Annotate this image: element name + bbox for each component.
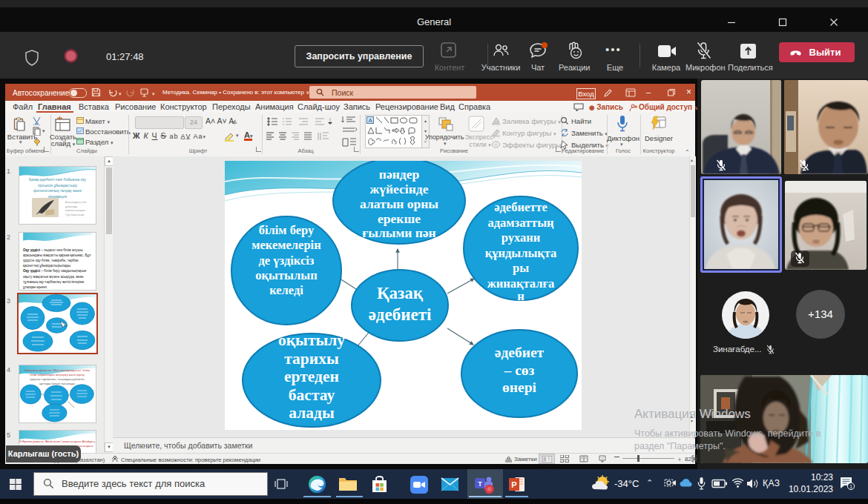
svg-text:әдебиет: әдебиет [495,345,545,360]
svg-text:н: н [517,289,525,303]
svg-text:T: T [478,480,482,488]
svg-text:әдебиетте: әдебиетте [494,200,548,214]
svg-text:жүйесінде: жүйесінде [370,182,429,196]
svg-text:адамзаттың: адамзаттың [487,216,554,230]
svg-text:ры: ры [513,261,529,275]
svg-text:алатын орны: алатын орны [360,196,438,211]
svg-text:білім алушыларға меңгерту және: білім алушыларға меңгерту және оқыту [30,373,85,377]
svg-text:құндылықта: құндылықта [485,246,557,260]
svg-text:пәндер: пәндер [379,167,420,182]
svg-text:– сөз: – сөз [504,362,535,378]
svg-text:ертеден: ертеден [284,368,339,385]
svg-text:алады: алады [289,404,335,422]
svg-text:рухани: рухани [502,231,541,245]
svg-text:білім беру: білім беру [259,223,315,237]
svg-text:мекемелерін: мекемелерін [251,238,321,252]
svg-text:тарихы: тарихы [284,350,339,368]
svg-text:бастау: бастау [289,386,335,404]
svg-text:A: A [369,117,373,124]
svg-text:Эпикалық прозаның "Мың жылдамд: Эпикалық прозаның "Мың жылдамдығын" білі… [24,368,90,372]
svg-text:әдебиеті: әдебиеті [369,305,432,324]
svg-text:ғылыми пән: ғылыми пән [362,225,435,240]
svg-text:келеді: келеді [269,283,303,297]
svg-text:арқылы тәрбиелеп, танымдық қаб: арқылы тәрбиелеп, танымдық қабілетін [30,377,85,381]
svg-text:1: 1 [849,484,852,489]
svg-text:P: P [511,480,516,489]
svg-text:М.Әуезов романы "Абай жолы" ро: М.Әуезов романы "Абай жолы" романындағы … [19,440,96,443]
svg-text:өнері: өнері [502,379,536,395]
svg-text:де үздіксіз: де үздіксіз [259,253,315,268]
svg-text:оқытылу: оқытылу [278,331,345,349]
svg-text:арттыру болып табылады: арттыру болып табылады [39,382,75,385]
svg-text:ерекше: ерекше [378,211,421,226]
svg-text:Қазақ: Қазақ [377,284,424,302]
svg-text:оқытылып: оқытылып [255,268,318,282]
